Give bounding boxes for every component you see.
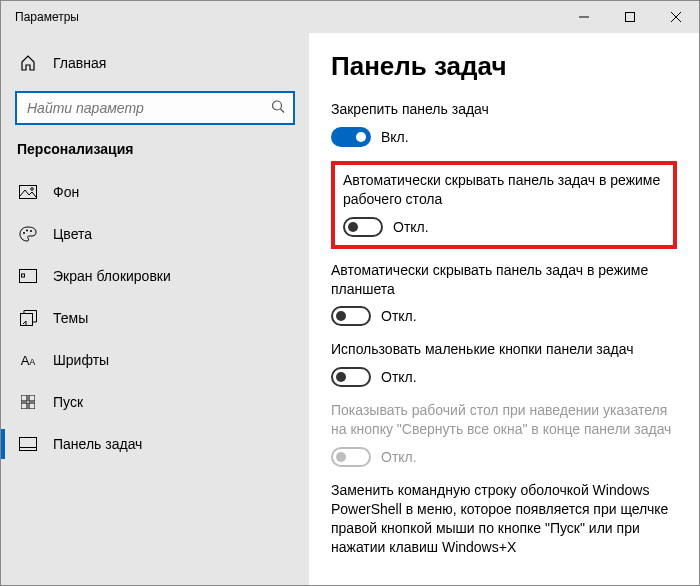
maximize-button[interactable] — [607, 1, 653, 33]
sidebar-item-label: Экран блокировки — [53, 268, 171, 284]
svg-rect-15 — [29, 395, 35, 401]
svg-point-9 — [26, 230, 28, 232]
sidebar-item-label: Темы — [53, 310, 88, 326]
start-icon — [19, 393, 37, 411]
svg-point-4 — [273, 101, 282, 110]
home-icon — [19, 54, 37, 72]
picture-icon — [19, 183, 37, 201]
setting-label: Показывать рабочий стол при наведении ук… — [331, 401, 675, 439]
highlight-box: Автоматически скрывать панель задач в ре… — [331, 161, 677, 249]
sidebar-item-background[interactable]: Фон — [1, 171, 309, 213]
toggle-autohide-tablet[interactable] — [331, 306, 371, 326]
svg-rect-1 — [626, 13, 635, 22]
sidebar-item-taskbar[interactable]: Панель задач — [1, 423, 309, 465]
close-button[interactable] — [653, 1, 699, 33]
sidebar-item-colors[interactable]: Цвета — [1, 213, 309, 255]
setting-lock-taskbar: Закрепить панель задач Вкл. — [331, 100, 677, 147]
palette-icon — [19, 225, 37, 243]
svg-point-7 — [31, 188, 34, 191]
toggle-state: Вкл. — [381, 129, 409, 145]
svg-rect-16 — [21, 403, 27, 409]
sidebar-section-label: Персонализация — [1, 137, 309, 171]
fonts-icon: AA — [19, 351, 37, 369]
svg-rect-11 — [20, 270, 37, 283]
window-title: Параметры — [1, 10, 79, 24]
toggle-state: Откл. — [393, 219, 429, 235]
svg-point-8 — [23, 232, 25, 234]
setting-autohide-desktop: Автоматически скрывать панель задач в ре… — [343, 171, 665, 237]
content-pane: Панель задач Закрепить панель задач Вкл.… — [309, 33, 699, 585]
minimize-button[interactable] — [561, 1, 607, 33]
setting-peek-desktop: Показывать рабочий стол при наведении ук… — [331, 401, 677, 467]
themes-icon — [19, 309, 37, 327]
setting-label: Автоматически скрывать панель задач в ре… — [331, 261, 675, 299]
sidebar-home-label: Главная — [53, 55, 106, 71]
sidebar-item-label: Фон — [53, 184, 79, 200]
sidebar-item-lockscreen[interactable]: Экран блокировки — [1, 255, 309, 297]
lockscreen-icon — [19, 267, 37, 285]
sidebar-home[interactable]: Главная — [1, 43, 309, 83]
sidebar-item-label: Шрифты — [53, 352, 109, 368]
search-icon — [271, 100, 285, 117]
page-title: Панель задач — [331, 51, 677, 82]
search-input[interactable] — [15, 91, 295, 125]
setting-autohide-tablet: Автоматически скрывать панель задач в ре… — [331, 261, 677, 327]
sidebar-item-fonts[interactable]: AA Шрифты — [1, 339, 309, 381]
sidebar-item-label: Цвета — [53, 226, 92, 242]
setting-powershell-replace: Заменить командную строку оболочкой Wind… — [331, 481, 677, 557]
toggle-autohide-desktop[interactable] — [343, 217, 383, 237]
setting-label: Использовать маленькие кнопки панели зад… — [331, 340, 675, 359]
svg-point-10 — [30, 230, 32, 232]
svg-rect-18 — [20, 438, 37, 451]
titlebar: Параметры — [1, 1, 699, 33]
sidebar-item-start[interactable]: Пуск — [1, 381, 309, 423]
toggle-lock-taskbar[interactable] — [331, 127, 371, 147]
setting-label: Автоматически скрывать панель задач в ре… — [343, 171, 663, 209]
toggle-state: Откл. — [381, 449, 417, 465]
toggle-state: Откл. — [381, 369, 417, 385]
svg-rect-14 — [21, 395, 27, 401]
sidebar-item-label: Панель задач — [53, 436, 142, 452]
sidebar-item-themes[interactable]: Темы — [1, 297, 309, 339]
taskbar-icon — [19, 435, 37, 453]
setting-small-buttons: Использовать маленькие кнопки панели зад… — [331, 340, 677, 387]
toggle-small-buttons[interactable] — [331, 367, 371, 387]
setting-label: Закрепить панель задач — [331, 100, 675, 119]
toggle-peek-desktop — [331, 447, 371, 467]
sidebar: Главная Персонализация Фон Цвета — [1, 33, 309, 585]
svg-line-5 — [281, 109, 285, 113]
svg-rect-6 — [20, 186, 37, 199]
svg-rect-12 — [22, 274, 25, 277]
setting-label: Заменить командную строку оболочкой Wind… — [331, 481, 675, 557]
toggle-state: Откл. — [381, 308, 417, 324]
svg-rect-17 — [29, 403, 35, 409]
sidebar-item-label: Пуск — [53, 394, 83, 410]
